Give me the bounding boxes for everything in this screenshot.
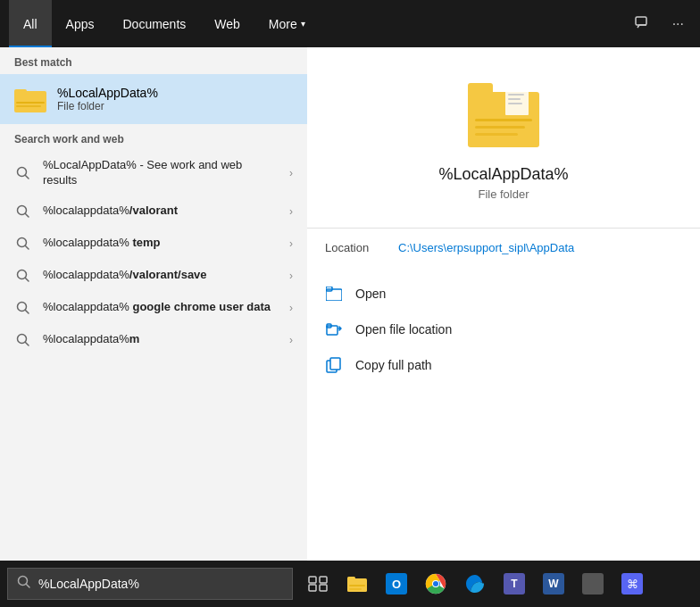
- svg-rect-20: [475, 126, 525, 129]
- tab-more-label: More: [269, 17, 297, 31]
- tab-documents-label: Documents: [122, 17, 186, 31]
- chevron-right-icon: ›: [289, 334, 293, 346]
- best-match-item[interactable]: %LocalAppData% File folder: [0, 74, 307, 124]
- result-text-2: %localappdata%/valorant: [43, 204, 279, 219]
- svg-rect-24: [508, 98, 521, 100]
- chevron-right-icon: ›: [289, 205, 293, 218]
- taskbar-search-input[interactable]: [38, 577, 283, 591]
- search-icon: [14, 164, 32, 182]
- teams-icon[interactable]: T: [496, 566, 532, 602]
- result-text-5: %localappdata% google chrome user data: [43, 300, 279, 315]
- svg-rect-2: [14, 89, 27, 95]
- tab-all[interactable]: All: [9, 0, 52, 47]
- best-match-title: %LocalAppData%: [57, 86, 158, 100]
- result-text-6: %localappdata%m: [43, 332, 279, 347]
- svg-rect-35: [320, 577, 327, 583]
- svg-line-6: [26, 175, 29, 179]
- chrome-icon[interactable]: [418, 566, 454, 602]
- svg-rect-23: [508, 94, 524, 96]
- best-match-text: %LocalAppData% File folder: [57, 86, 158, 112]
- search-icon: [14, 299, 32, 317]
- search-icon: [14, 331, 32, 349]
- chevron-right-icon: ›: [289, 270, 293, 282]
- tab-more[interactable]: More ▾: [254, 0, 320, 47]
- app-icon[interactable]: [575, 566, 611, 602]
- search-icon: [14, 267, 32, 285]
- svg-point-45: [433, 581, 438, 586]
- svg-rect-3: [16, 102, 45, 104]
- svg-line-14: [26, 310, 29, 313]
- search-results-list: %LocalAppData% - See work and web result…: [0, 151, 307, 561]
- tab-apps-label: Apps: [66, 17, 95, 31]
- best-match-subtitle: File folder: [57, 100, 158, 112]
- file-explorer-icon[interactable]: [339, 566, 375, 602]
- svg-rect-41: [349, 588, 362, 590]
- app-subtitle: File folder: [478, 187, 529, 201]
- tab-documents[interactable]: Documents: [108, 0, 200, 47]
- result-text-4: %localappdata%/valorant/save: [43, 268, 279, 283]
- list-item[interactable]: %localappdata%/valorant/save ›: [0, 260, 307, 292]
- search-web-label: Search work and web: [0, 124, 307, 151]
- list-item[interactable]: %LocalAppData% - See work and web result…: [0, 151, 307, 195]
- action-list: Open Open file location: [307, 267, 700, 392]
- svg-line-12: [26, 278, 29, 281]
- svg-rect-39: [347, 577, 355, 581]
- main-content: Best match %LocalAppData% File folder: [0, 47, 700, 561]
- svg-rect-36: [309, 585, 316, 591]
- svg-line-8: [26, 213, 29, 217]
- best-match-folder-icon: [14, 83, 46, 115]
- location-label: Location: [325, 241, 388, 254]
- taskbar-search-box[interactable]: [7, 568, 293, 600]
- search-icon: [14, 235, 32, 253]
- tab-web[interactable]: Web: [200, 0, 254, 47]
- svg-rect-40: [349, 585, 365, 586]
- task-view-icon[interactable]: [300, 566, 336, 602]
- list-item[interactable]: %localappdata% temp ›: [0, 228, 307, 260]
- tab-apps[interactable]: Apps: [52, 0, 109, 47]
- right-panel: %LocalAppData% File folder Location C:\U…: [307, 47, 700, 561]
- search-icon: [14, 203, 32, 220]
- svg-rect-18: [468, 83, 493, 96]
- nav-bar: All Apps Documents Web More ▾ ···: [0, 0, 700, 47]
- chevron-right-icon: ›: [289, 237, 293, 250]
- outlook-icon[interactable]: O: [379, 566, 414, 602]
- result-text-3: %localappdata% temp: [43, 236, 279, 251]
- list-item[interactable]: %localappdata%m ›: [0, 324, 307, 356]
- list-item[interactable]: %localappdata% google chrome user data ›: [0, 292, 307, 324]
- chevron-right-icon: ›: [289, 167, 293, 179]
- svg-line-16: [26, 342, 29, 345]
- chevron-down-icon: ▾: [301, 19, 305, 29]
- open-file-location-label: Open file location: [355, 322, 452, 337]
- taskbar-search-icon: [17, 575, 31, 593]
- svg-line-33: [27, 585, 30, 588]
- svg-rect-22: [505, 87, 529, 115]
- svg-rect-0: [636, 17, 646, 25]
- word-icon[interactable]: W: [536, 566, 571, 602]
- taskbar-icons: O T: [300, 566, 650, 602]
- open-action[interactable]: Open: [307, 276, 700, 312]
- discord-icon[interactable]: ⌘: [614, 566, 650, 602]
- open-location-icon: [325, 320, 343, 338]
- edge-icon[interactable]: [457, 566, 493, 602]
- app-folder-icon-large: [468, 83, 539, 147]
- svg-rect-37: [320, 585, 327, 591]
- open-file-location-action[interactable]: Open file location: [307, 312, 700, 347]
- location-row: Location C:\Users\erpsupport_sipl\AppDat…: [307, 228, 700, 267]
- tab-web-label: Web: [214, 17, 240, 31]
- more-options-icon[interactable]: ···: [665, 12, 691, 36]
- svg-rect-31: [330, 358, 340, 370]
- list-item[interactable]: %localappdata%/valorant ›: [0, 195, 307, 228]
- result-text-1: %LocalAppData% - See work and web result…: [43, 158, 279, 188]
- tab-all-label: All: [23, 17, 38, 31]
- feedback-icon[interactable]: [628, 12, 658, 36]
- copy-path-icon: [325, 356, 343, 374]
- best-match-label: Best match: [0, 47, 307, 74]
- location-path[interactable]: C:\Users\erpsupport_sipl\AppData: [398, 241, 574, 254]
- chevron-right-icon: ›: [289, 302, 293, 314]
- open-label: Open: [355, 287, 386, 301]
- svg-rect-4: [16, 105, 41, 107]
- copy-path-action[interactable]: Copy full path: [307, 347, 700, 383]
- open-folder-icon: [325, 285, 343, 303]
- svg-rect-21: [475, 133, 518, 136]
- svg-rect-25: [508, 103, 522, 104]
